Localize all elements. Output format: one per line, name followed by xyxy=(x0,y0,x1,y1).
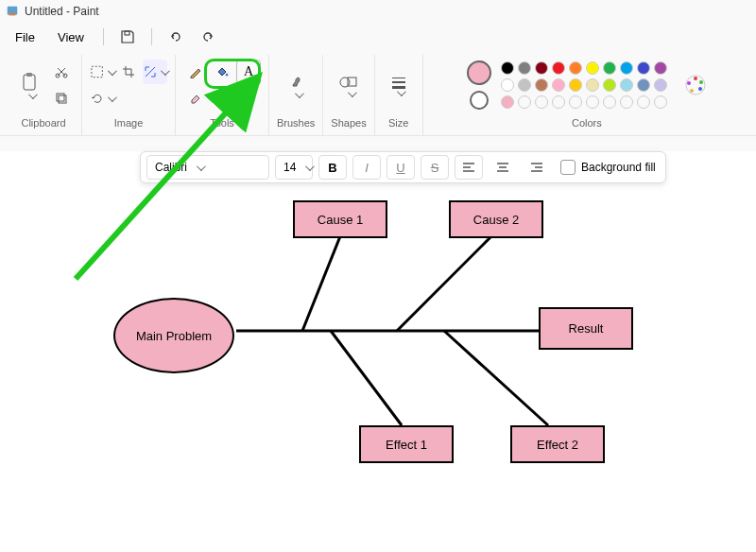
svg-rect-15 xyxy=(392,78,405,78)
group-label: Clipboard xyxy=(21,117,65,129)
swatch[interactable] xyxy=(586,61,599,75)
swatch[interactable] xyxy=(518,61,531,75)
swatch[interactable] xyxy=(569,78,582,92)
svg-rect-3 xyxy=(24,75,35,90)
node-effect2: Effect 2 xyxy=(510,425,605,463)
resize-button[interactable] xyxy=(143,60,167,84)
swatch[interactable] xyxy=(603,78,616,92)
swatch-empty[interactable] xyxy=(620,95,633,109)
crop-button[interactable] xyxy=(116,60,141,84)
swatch-empty[interactable] xyxy=(637,95,650,109)
group-label: Tools xyxy=(210,117,234,129)
select-button[interactable] xyxy=(90,60,114,84)
title-bar: Untitled - Paint xyxy=(0,0,756,23)
separator xyxy=(151,28,152,45)
svg-point-12 xyxy=(244,94,251,101)
swatch[interactable] xyxy=(603,61,616,75)
align-left-button[interactable] xyxy=(455,155,483,180)
align-right-button[interactable] xyxy=(523,155,551,180)
font-dropdown[interactable]: Calibri xyxy=(146,155,269,180)
swatch[interactable] xyxy=(501,61,514,75)
eraser-tool[interactable] xyxy=(183,86,208,111)
node-result: Result xyxy=(539,307,633,350)
copy-button[interactable] xyxy=(49,86,74,111)
save-button[interactable] xyxy=(113,25,142,49)
color-1[interactable] xyxy=(467,60,491,85)
canvas[interactable]: Main Problem Cause 1 Cause 2 Effect 1 Ef… xyxy=(0,151,756,552)
group-label: Shapes xyxy=(331,117,366,129)
group-clipboard: Clipboard xyxy=(6,55,82,135)
align-center-button[interactable] xyxy=(489,155,517,180)
text-tool[interactable]: A xyxy=(236,60,261,84)
swatch[interactable] xyxy=(654,78,667,92)
pencil-tool[interactable] xyxy=(183,60,208,84)
swatch[interactable] xyxy=(620,61,633,75)
font-size-dropdown[interactable]: 14 xyxy=(275,155,313,180)
brushes-button[interactable] xyxy=(280,61,312,109)
shapes-button[interactable] xyxy=(333,61,365,109)
menu-file[interactable]: File xyxy=(6,26,44,48)
swatch-empty[interactable] xyxy=(535,95,548,109)
swatch[interactable] xyxy=(552,78,565,92)
swatch[interactable] xyxy=(637,78,650,92)
svg-rect-17 xyxy=(392,86,405,89)
node-label: Result xyxy=(569,321,604,336)
group-image: Image xyxy=(82,55,176,135)
swatch-empty[interactable] xyxy=(586,95,599,109)
swatch[interactable] xyxy=(586,78,599,92)
swatch[interactable] xyxy=(569,61,582,75)
undo-button[interactable] xyxy=(162,25,190,49)
size-button[interactable] xyxy=(383,61,415,109)
swatch[interactable] xyxy=(501,95,514,109)
redo-button[interactable] xyxy=(194,25,222,49)
group-label: Size xyxy=(388,117,408,129)
node-label: Cause 1 xyxy=(318,213,363,227)
node-label: Cause 2 xyxy=(473,213,519,227)
svg-point-11 xyxy=(224,93,228,96)
swatch-empty[interactable] xyxy=(654,95,667,109)
node-effect1: Effect 1 xyxy=(359,425,454,463)
swatch-empty[interactable] xyxy=(569,95,582,109)
rotate-button[interactable] xyxy=(90,86,114,111)
chevron-down-icon xyxy=(193,161,203,174)
group-shapes: Shapes xyxy=(323,55,374,135)
group-label: Colors xyxy=(572,117,602,129)
svg-line-27 xyxy=(331,331,402,425)
fill-tool[interactable] xyxy=(210,60,234,84)
paste-button[interactable] xyxy=(13,61,45,109)
bgfill-label: Background fill xyxy=(581,161,656,174)
swatch[interactable] xyxy=(501,78,514,92)
svg-point-21 xyxy=(698,87,702,91)
node-label: Main Problem xyxy=(136,329,212,343)
swatch[interactable] xyxy=(637,61,650,75)
swatch-empty[interactable] xyxy=(603,95,616,109)
menu-view[interactable]: View xyxy=(48,26,94,48)
swatch[interactable] xyxy=(552,61,565,75)
zoom-tool[interactable] xyxy=(236,86,261,111)
group-brushes: Brushes xyxy=(269,55,323,135)
swatch[interactable] xyxy=(535,61,548,75)
strikethrough-button[interactable]: S xyxy=(421,155,449,180)
eyedropper-tool[interactable] xyxy=(210,86,234,111)
ribbon: Clipboard Image A xyxy=(0,51,756,136)
swatch[interactable] xyxy=(535,78,548,92)
svg-rect-7 xyxy=(57,94,64,101)
background-fill-toggle[interactable]: Background fill xyxy=(557,160,660,175)
bold-button[interactable]: B xyxy=(318,155,347,180)
svg-point-22 xyxy=(690,89,694,93)
color-2[interactable] xyxy=(470,91,489,110)
italic-button[interactable]: I xyxy=(352,155,381,180)
svg-point-19 xyxy=(694,77,697,80)
swatch[interactable] xyxy=(620,78,633,92)
swatch[interactable] xyxy=(518,78,531,92)
svg-rect-8 xyxy=(59,95,66,103)
svg-point-23 xyxy=(687,81,691,85)
cut-button[interactable] xyxy=(49,60,74,84)
chevron-down-icon xyxy=(301,161,312,174)
edit-colors-button[interactable] xyxy=(684,74,707,96)
swatch-empty[interactable] xyxy=(552,95,565,109)
underline-button[interactable]: U xyxy=(387,155,415,180)
swatch-empty[interactable] xyxy=(518,95,531,109)
swatch[interactable] xyxy=(654,61,667,75)
group-tools: A Tools xyxy=(176,55,269,135)
